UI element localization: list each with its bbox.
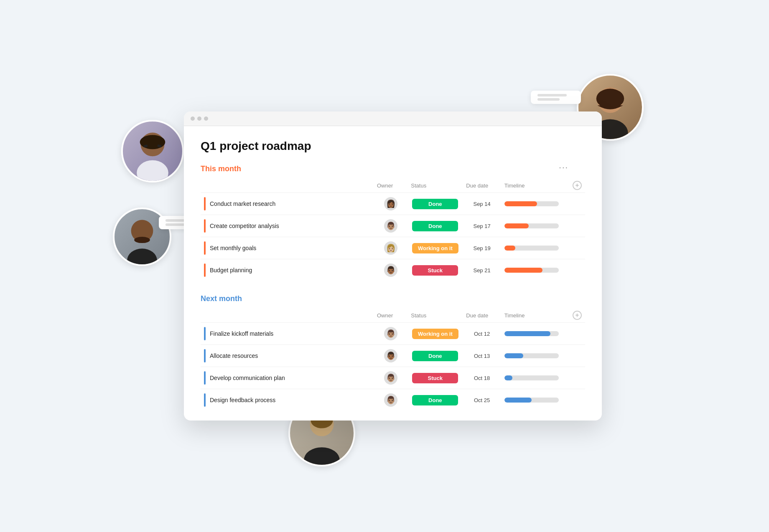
task-name: Budget planning [210,267,252,274]
timeline-fill [504,201,537,206]
due-date: Sep 14 [473,201,490,207]
due-date: Oct 25 [474,397,490,403]
page-title: Q1 project roadmap [201,139,585,153]
timeline-track [504,331,559,336]
more-button[interactable]: ··· [559,162,568,172]
browser-bar [184,111,602,126]
table-row[interactable]: Allocate resources 👨🏾 Done Oct 13 [201,345,585,367]
status-badge: Working on it [412,243,458,253]
avatar: 👨🏽 [384,371,397,385]
col-header-due-2: Due date [463,308,501,323]
table-row[interactable]: Finalize kickoff materials 👨🏽 Working on… [201,323,585,345]
task-name: Create competitor analysis [210,223,279,229]
timeline-track [504,223,559,228]
task-color-bar [204,327,206,340]
svg-point-12 [134,237,150,243]
avatar: 👨🏽 [384,327,397,340]
timeline-fill [504,223,529,228]
task-name: Finalize kickoff materials [210,330,273,337]
status-badge: Done [412,351,458,361]
this-month-table: Owner Status Due date Timeline + Con [201,178,585,281]
status-badge: Stuck [412,373,458,383]
col-header-status-2: Status [407,308,463,323]
timeline-fill [504,353,524,358]
task-name: Conduct market research [210,200,275,207]
person-left-top [121,120,184,182]
avatar: 👨🏽 [384,219,397,233]
status-badge: Done [412,199,458,209]
status-badge: Done [412,395,458,405]
timeline-fill [504,331,551,336]
status-badge: Working on it [412,329,458,339]
task-name: Design feedback process [210,397,275,403]
due-date: Oct 13 [474,353,490,359]
col-header-timeline-2: Timeline [501,308,569,323]
timeline-track [504,246,559,251]
table-row[interactable]: Set monthly goals 👩🏼 Working on it Sep 1… [201,237,585,259]
speech-bubble-top [531,91,581,104]
task-color-bar [204,241,206,255]
timeline-fill [504,375,513,380]
due-date: Sep 21 [473,267,490,274]
table-row[interactable]: Develop communication plan 👨🏽 Stuck Oct … [201,367,585,389]
section-header-this-month: This month [201,165,585,173]
browser-content: Q1 project roadmap ··· This month Owner … [184,126,602,418]
task-color-bar [204,349,206,362]
timeline-track [504,353,559,358]
due-date: Sep 19 [473,245,490,251]
timeline-fill [504,246,515,251]
task-color-bar [204,219,206,233]
add-column-btn-1[interactable]: + [573,181,582,190]
status-badge: Done [412,221,458,231]
svg-point-10 [127,248,157,264]
due-date: Sep 17 [473,223,490,229]
timeline-fill [504,398,532,403]
table-row[interactable]: Create competitor analysis 👨🏽 Done Sep 1… [201,215,585,237]
timeline-track [504,375,559,380]
section-header-next-month: Next month [201,294,585,303]
timeline-track [504,268,559,273]
avatar: 👨🏾 [384,263,397,277]
task-color-bar [204,197,206,210]
avatar: 👩🏾 [384,197,397,210]
col-header-due-1: Due date [463,178,501,193]
status-badge: Stuck [412,265,458,276]
svg-point-13 [304,447,340,465]
svg-point-5 [137,160,168,181]
browser-window: Q1 project roadmap ··· This month Owner … [184,111,602,421]
col-header-owner-1: Owner [374,178,407,193]
col-header-owner-2: Owner [374,308,407,323]
section-next-month: Next month Owner Status Due date Timelin… [201,294,585,411]
due-date: Oct 18 [474,375,490,381]
avatar: 👨🏾 [384,349,397,362]
task-name: Develop communication plan [210,375,285,381]
section-this-month: This month Owner Status Due date Timelin… [201,165,585,281]
task-color-bar [204,371,206,385]
due-date: Oct 12 [474,331,490,337]
table-row[interactable]: Design feedback process 👨🏽 Done Oct 25 [201,389,585,411]
timeline-track [504,201,559,206]
task-name: Set monthly goals [210,245,256,251]
dot-2 [197,117,201,121]
scene: Q1 project roadmap ··· This month Owner … [134,78,635,454]
dot-3 [204,117,208,121]
svg-point-7 [140,135,166,149]
col-header-status-1: Status [407,178,463,193]
avatar: 👩🏼 [384,241,397,255]
timeline-track [504,398,559,403]
task-name: Allocate resources [210,352,258,359]
timeline-fill [504,268,542,273]
table-row[interactable]: Budget planning 👨🏾 Stuck Sep 21 [201,259,585,281]
task-color-bar [204,393,206,407]
next-month-table: Owner Status Due date Timeline + Fin [201,308,585,411]
dot-1 [191,117,195,121]
table-row[interactable]: Conduct market research 👩🏾 Done Sep 14 [201,193,585,215]
col-header-task-2 [201,308,374,323]
col-header-timeline-1: Timeline [501,178,569,193]
avatar: 👨🏽 [384,393,397,407]
add-column-btn-2[interactable]: + [573,311,582,320]
col-header-task-1 [201,178,374,193]
task-color-bar [204,263,206,277]
